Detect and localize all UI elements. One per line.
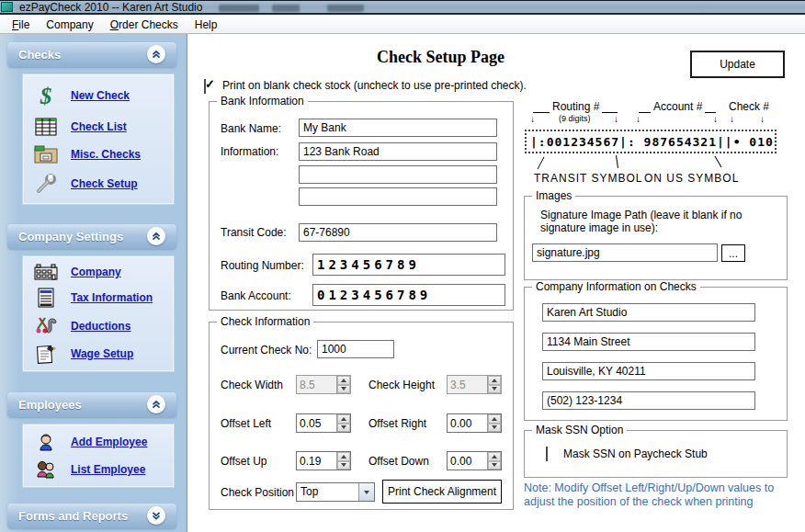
sidebar-header-forms-reports-title: Forms and Reports [18,509,128,523]
sidebar-item-label: Misc. Checks [71,148,141,161]
sidebar-item-misc-checks[interactable]: Misc. Checks [23,145,174,164]
sidebar-item-label: Tax Information [71,291,153,304]
app-icon [1,2,13,12]
current-check-no-label: Current Check No: [221,344,312,357]
chevron-up-icon[interactable] [147,45,165,63]
person-icon [32,433,60,451]
sidebar-item-company[interactable]: Company [23,264,174,280]
check-width-stepper [296,375,351,394]
print-check-alignment-button[interactable]: Print Check Alignment [382,480,502,504]
down-arrow-icon: ↓ [713,115,718,124]
dollar-icon: $ [32,85,60,108]
mask-ssn-checkbox[interactable]: ✓ [546,447,548,461]
current-check-no-input[interactable] [317,340,394,358]
sidebar-item-label: Company [71,266,121,278]
signature-path-input[interactable] [532,243,718,262]
bank-information-input-1[interactable] [299,142,497,161]
bank-account-input[interactable] [312,284,505,306]
bank-account-label: Bank Account: [221,289,291,302]
transit-symbol-label: TRANSIT SYMBOL [534,172,642,185]
sidebar-item-label: Wage Setup [71,347,133,360]
tools-icon [32,316,60,336]
signature-path-label-line1: Signature Image Path (leave it blank if … [540,209,742,221]
sidebar-panel-employees: Add Employee List Employee [22,424,175,488]
check-width-label: Check Width [221,379,283,391]
wrench-icon [32,174,60,194]
offset-right-stepper[interactable] [447,413,502,433]
mask-ssn-legend: Mask SSN Option [532,424,627,436]
sidebar-item-label: Check List [71,120,127,133]
transit-code-input[interactable] [299,223,497,242]
company-street-input[interactable] [542,333,755,351]
sidebar-item-label: Deductions [71,320,130,333]
sidebar-item-list-employee[interactable]: List Employee [23,460,174,479]
sidebar-header-company-settings-title: Company Settings [18,230,123,243]
wage-note-icon [32,344,60,364]
offset-up-label: Offset Up [221,455,266,468]
main-content: Check Setup Page Update ✓ Print on blank… [188,34,805,532]
update-button[interactable]: Update [690,51,785,78]
sidebar-panel-company-settings: Company Tax Information Deductions Wage … [22,255,175,372]
account-label: Account # [651,100,705,113]
sidebar-header-checks[interactable]: Checks [7,42,176,67]
menu-company[interactable]: Company [38,17,101,33]
offset-left-stepper[interactable] [296,413,351,433]
sidebar-item-add-employee[interactable]: Add Employee [23,433,174,451]
sidebar-item-new-check[interactable]: $ New Check [23,85,174,108]
offset-down-label: Offset Down [368,455,429,468]
micr-line-sample: |:001234567|: 987654321||• 0101 [525,130,777,153]
down-arrow-icon: ↓ [636,115,641,124]
menu-order-checks[interactable]: Order Checks [102,17,187,33]
sidebar-header-company-settings[interactable]: Company Settings [7,224,176,249]
menu-bar: File Company Order Checks Help [0,17,805,34]
down-arrow-icon: ↓ [760,115,765,124]
check-list-icon [32,118,60,136]
background-window-artifact [272,5,300,12]
people-icon [32,460,60,479]
chevron-up-icon[interactable] [147,227,165,245]
sidebar-header-checks-title: Checks [18,48,61,62]
building-icon [32,264,60,280]
browse-button[interactable]: ... [721,244,745,262]
sidebar-header-employees[interactable]: Employees [7,392,176,417]
offset-down-stepper[interactable] [447,451,502,470]
note-line-1: Note: Modify Offset Left/Right/Up/Down v… [524,481,774,494]
sidebar-item-check-setup[interactable]: Check Setup [23,174,174,194]
sidebar-header-employees-title: Employees [18,398,82,412]
application-window: ezPayCheck 2010 -- Karen Art Studio File… [0,0,805,532]
bank-information-input-3[interactable] [299,187,497,206]
bank-information-input-2[interactable] [299,165,497,184]
sidebar-item-label: Check Setup [71,177,138,190]
sidebar-item-tax-information[interactable]: Tax Information [23,288,174,308]
check-height-label: Check Height [368,379,435,391]
routing-number-input[interactable] [312,254,505,276]
sidebar-item-label: New Check [71,89,130,102]
chevron-up-icon[interactable] [147,395,165,413]
sidebar: Checks $ New Check Check List Misc. Chec… [0,34,187,532]
mask-ssn-label: Mask SSN on Paycheck Stub [563,447,708,460]
company-phone-input[interactable] [542,391,755,410]
check-information-legend: Check Information [217,315,313,328]
company-name-input[interactable] [542,303,755,322]
sidebar-item-check-list[interactable]: Check List [23,118,174,136]
window-title: ezPayCheck 2010 -- Karen Art Studio [19,1,202,14]
sidebar-header-forms-reports[interactable]: Forms and Reports [7,504,176,528]
check-position-dropdown[interactable]: Top [296,482,375,502]
chevron-down-icon[interactable] [358,483,374,501]
company-city-input[interactable] [542,362,755,380]
bank-name-input[interactable] [299,119,497,137]
menu-help[interactable]: Help [187,17,226,33]
down-arrow-icon: ↓ [730,115,734,124]
check-position-label: Check Position [221,486,294,499]
bank-information-legend: Bank Information [217,95,308,108]
print-blank-stock-checkbox[interactable]: ✓ [204,79,206,94]
title-bar: ezPayCheck 2010 -- Karen Art Studio [0,0,805,15]
down-arrow-icon: ↓ [530,115,535,124]
chevron-down-icon[interactable] [147,506,165,525]
print-blank-stock-label: Print on blank check stock (uncheck to u… [222,79,527,92]
menu-file[interactable]: File [4,17,38,33]
sidebar-item-deductions[interactable]: Deductions [23,316,174,336]
misc-checks-icon [32,145,60,164]
offset-up-stepper[interactable] [296,451,351,470]
sidebar-item-wage-setup[interactable]: Wage Setup [23,344,174,364]
